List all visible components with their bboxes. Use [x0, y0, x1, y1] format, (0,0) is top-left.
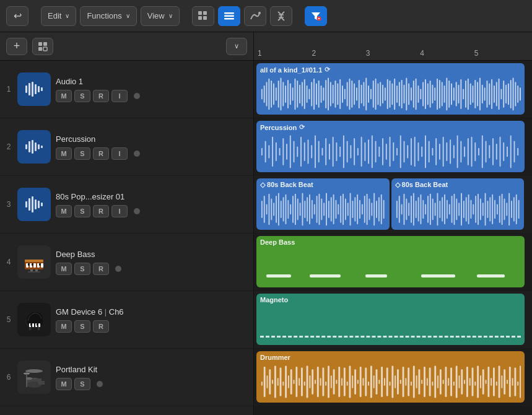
svg-rect-69: [266, 82, 268, 106]
solo-button[interactable]: S: [74, 147, 90, 160]
solo-button[interactable]: S: [74, 205, 90, 217]
record-button[interactable]: R: [93, 320, 109, 333]
clip[interactable]: ◇ 80s Back Beat: [391, 178, 525, 230]
curve-view-button[interactable]: [244, 6, 266, 26]
svg-rect-183: [282, 138, 284, 165]
svg-rect-249: [517, 148, 518, 155]
svg-rect-382: [333, 369, 335, 395]
functions-label: Functions: [87, 11, 121, 20]
clip[interactable]: all of a kind_1#01.1 ⟳: [256, 63, 525, 115]
mute-button[interactable]: M: [56, 320, 72, 333]
svg-rect-411: [411, 382, 412, 386]
mute-button[interactable]: M: [56, 205, 72, 217]
track-row: 1 Audio 1 M S R I: [0, 61, 253, 118]
mute-button[interactable]: M: [56, 90, 72, 102]
clip[interactable]: Drummer: [256, 351, 525, 403]
dna-view-button[interactable]: [270, 6, 292, 26]
track-info: Percussion M S R I: [56, 134, 253, 160]
svg-rect-351: [511, 201, 512, 218]
svg-rect-399: [378, 380, 380, 384]
svg-rect-141: [437, 79, 438, 110]
drums-icon: [22, 365, 46, 390]
svg-rect-228: [443, 137, 444, 167]
svg-rect-243: [496, 144, 497, 160]
clip-waveform: [260, 75, 521, 113]
clip-title: ◇ 80s Back Beat: [260, 181, 313, 189]
clip[interactable]: Magneto: [256, 294, 525, 345]
svg-rect-186: [294, 141, 295, 163]
svg-rect-415: [421, 380, 422, 384]
svg-rect-414: [418, 369, 420, 395]
mute-button[interactable]: M: [56, 378, 72, 390]
clip[interactable]: Percussion ⟳: [256, 121, 525, 172]
svg-rect-71: [271, 81, 272, 108]
ruler-mark-2: 2: [312, 49, 365, 58]
solo-button[interactable]: S: [74, 263, 90, 275]
svg-rect-110: [363, 82, 364, 106]
edit-menu-button[interactable]: Edit ∨: [41, 6, 76, 26]
svg-rect-395: [368, 382, 369, 386]
undo-button[interactable]: ↩: [6, 6, 28, 26]
svg-rect-380: [328, 366, 329, 398]
record-button[interactable]: R: [93, 205, 109, 217]
loop-icon: ⟳: [299, 123, 305, 131]
svg-rect-418: [429, 367, 431, 396]
input-button[interactable]: I: [111, 147, 128, 160]
svg-rect-389: [352, 375, 353, 388]
track-list: + ∨ 1: [0, 32, 254, 415]
collapse-tracks-button[interactable]: ∨: [226, 38, 247, 55]
filter-button[interactable]: [305, 6, 327, 26]
track-icon-audio1[interactable]: [17, 72, 51, 106]
waveform-icon: [23, 136, 45, 158]
solo-button[interactable]: S: [74, 90, 90, 102]
svg-rect-166: [496, 82, 497, 106]
view-menu-button[interactable]: View ∨: [141, 6, 180, 26]
svg-rect-404: [391, 366, 393, 398]
track-icon-80spop[interactable]: [17, 188, 51, 221]
solo-button[interactable]: S: [74, 378, 90, 390]
track-icon-deepbass[interactable]: [17, 245, 51, 279]
solo-button[interactable]: S: [74, 320, 90, 333]
clip[interactable]: ◇ 80s Back Beat: [256, 178, 390, 230]
arrangement-row: Deep Bass: [254, 234, 532, 291]
svg-rect-424: [445, 367, 447, 397]
svg-rect-240: [486, 141, 487, 163]
list-view-button[interactable]: [218, 6, 240, 26]
track-icon-percussion[interactable]: [17, 130, 51, 164]
svg-rect-360: [274, 366, 276, 398]
record-button[interactable]: R: [93, 90, 109, 102]
svg-rect-350: [508, 193, 510, 226]
track-icon-gmdevice[interactable]: [17, 303, 51, 336]
svg-rect-438: [482, 369, 484, 395]
functions-menu-button[interactable]: Functions ∨: [80, 6, 136, 26]
track-controls: M S R: [56, 320, 253, 333]
svg-rect-221: [418, 142, 419, 161]
svg-rect-430: [461, 369, 463, 395]
svg-rect-274: [316, 196, 318, 223]
grid-view-button[interactable]: [192, 6, 214, 26]
svg-rect-169: [503, 81, 504, 108]
mute-button[interactable]: M: [56, 147, 72, 160]
svg-rect-306: [403, 194, 404, 225]
clip[interactable]: Deep Bass: [256, 236, 525, 287]
mute-button[interactable]: M: [56, 263, 72, 275]
input-button[interactable]: I: [111, 90, 128, 102]
track-icon-portlandkit[interactable]: [17, 360, 51, 394]
track-info: GM Device 6 | Ch6 M S R: [56, 307, 253, 333]
input-button[interactable]: I: [111, 205, 128, 217]
record-button[interactable]: R: [93, 147, 109, 160]
svg-rect-173: [513, 78, 514, 111]
svg-rect-197: [333, 137, 334, 167]
svg-rect-2: [198, 16, 202, 20]
add-track-button[interactable]: +: [6, 38, 27, 55]
track-number: 3: [0, 200, 17, 209]
svg-rect-333: [468, 194, 469, 224]
record-indicator: [134, 93, 140, 99]
svg-rect-285: [342, 194, 344, 225]
svg-rect-56: [29, 327, 31, 330]
library-button[interactable]: [32, 38, 53, 55]
svg-rect-199: [339, 147, 341, 157]
record-button[interactable]: R: [93, 263, 109, 275]
svg-rect-398: [376, 369, 378, 395]
svg-rect-157: [474, 80, 476, 108]
